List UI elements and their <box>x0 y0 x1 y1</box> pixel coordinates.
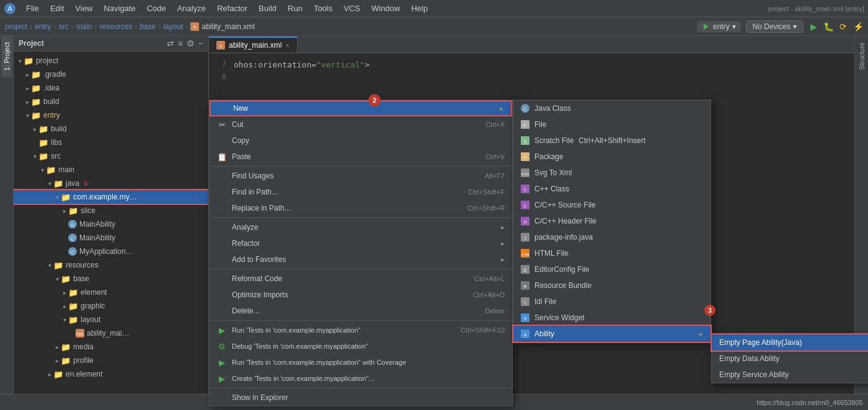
sub-cpp-source[interactable]: C C/C++ Source File <box>513 197 711 213</box>
sub-package[interactable]: P Package <box>513 149 711 165</box>
tree-item-src[interactable]: ▾ 📁 src <box>14 149 208 163</box>
sub-java-class[interactable]: C Java Class <box>513 100 711 116</box>
tree-item-en-element[interactable]: ▸ 📁 en.element <box>14 367 208 381</box>
ctx-new[interactable]: New 2 ▸ <box>210 100 512 116</box>
tree-item-idea[interactable]: ▸ 📁 .idea <box>14 81 208 95</box>
tree-item-build-root[interactable]: ▸ 📁 build <box>14 95 208 108</box>
profile-button[interactable]: ⟳ <box>838 22 848 32</box>
breadcrumb-base[interactable]: base <box>140 22 156 31</box>
panel-title: Project <box>19 39 163 48</box>
breadcrumb-resources[interactable]: resources <box>100 22 133 31</box>
tree-item-base[interactable]: ▾ 📁 base <box>14 272 208 286</box>
tree-item-mainability-1[interactable]: G MainAbility <box>14 217 208 231</box>
sub-cpp-class[interactable]: C C++ Class <box>513 181 711 197</box>
menu-build[interactable]: Build <box>254 2 281 15</box>
menu-window[interactable]: Window <box>366 2 405 15</box>
ctx-debug-tests[interactable]: ⚙ Debug 'Tests in 'com.example.myapplica… <box>210 338 512 354</box>
tree-item-profile[interactable]: ▸ 📁 profile <box>14 354 208 367</box>
sub-service-widget[interactable]: S Service Widget 3 <box>513 310 711 326</box>
menu-file[interactable]: File <box>21 2 44 15</box>
tree-item-main[interactable]: ▾ 📁 main <box>14 163 208 177</box>
menu-help[interactable]: Help <box>406 2 433 15</box>
sub-html-file[interactable]: HTML HTML File <box>513 245 711 261</box>
breadcrumb-src[interactable]: src <box>59 22 69 31</box>
settings-icon[interactable]: ⚙ <box>187 38 195 48</box>
tree-item-project-root[interactable]: ▾ 📁 project <box>14 54 208 68</box>
stop-button[interactable]: ⚡ <box>853 22 863 32</box>
ctx-reformat-code[interactable]: Reformat Code Ctrl+Alt+L <box>210 271 512 287</box>
tree-item-resources[interactable]: ▾ 📁 resources <box>14 258 208 272</box>
ctx-paste[interactable]: 📋 Paste Ctrl+V <box>210 149 512 165</box>
tree-item-myapplication[interactable]: C MyApplication… <box>14 245 208 258</box>
ctx-find-in-path[interactable]: Find in Path... Ctrl+Shift+F <box>210 184 512 200</box>
close-panel-icon[interactable]: − <box>198 38 203 48</box>
menu-navigate[interactable]: Navigate <box>99 2 140 15</box>
sub-package-info[interactable]: J package-info.java <box>513 229 711 245</box>
tree-item-java[interactable]: ▾ 📁 java ① <box>14 177 208 190</box>
separator-1 <box>210 166 512 167</box>
tree-item-gradle[interactable]: ▸ 📁 .gradle <box>14 68 208 81</box>
run-button[interactable]: ▶ <box>808 22 818 32</box>
sub-empty-service-ability[interactable]: Empty Service Ability <box>712 367 868 383</box>
sub-svg-to-xml[interactable]: SVG Svg To Xml <box>513 165 711 181</box>
breadcrumb-entry[interactable]: entry <box>35 22 51 31</box>
sub-empty-data-ability[interactable]: Empty Data Ability <box>712 351 868 367</box>
tree-item-element[interactable]: ▸ 📁 element <box>14 286 208 299</box>
ctx-create-tests[interactable]: ▶ Create 'Tests in 'com.example.myapplic… <box>210 370 512 386</box>
collapse-icon[interactable]: ≡ <box>178 38 183 48</box>
ctx-delete[interactable]: Delete... Delete <box>210 303 512 319</box>
sub-empty-page-ability[interactable]: Empty Page Ability(Java) 4 <box>712 334 868 351</box>
sync-icon[interactable]: ⇄ <box>167 38 174 48</box>
ctx-show-explorer[interactable]: Show in Explorer <box>210 390 512 406</box>
menu-run[interactable]: Run <box>283 2 308 15</box>
tree-item-graphic[interactable]: ▸ 📁 graphic <box>14 299 208 313</box>
menu-code[interactable]: Code <box>142 2 171 15</box>
close-tab-icon[interactable]: × <box>285 41 289 49</box>
sub-cpp-header[interactable]: H C/C++ Header File <box>513 213 711 229</box>
tree-item-libs[interactable]: 📁 libs <box>14 136 208 149</box>
ctx-optimize-imports[interactable]: Optimize Imports Ctrl+Alt+O <box>210 287 512 303</box>
sub-resource-bundle[interactable]: R Resource Bundle <box>513 277 711 294</box>
menu-tools[interactable]: Tools <box>309 2 337 15</box>
ctx-find-usages[interactable]: Find Usages Alt+F7 <box>210 168 512 184</box>
menu-vcs[interactable]: VCS <box>339 2 365 15</box>
menu-edit[interactable]: Edit <box>45 2 69 15</box>
menu-analyze[interactable]: Analyze <box>172 2 211 15</box>
tree-item-build[interactable]: ▸ 📁 build <box>14 122 208 136</box>
ctx-run-tests[interactable]: ▶ Run 'Tests in 'com.example.myapplicati… <box>210 322 512 338</box>
sub-scratch-file[interactable]: S Scratch File Ctrl+Alt+Shift+Insert <box>513 133 711 149</box>
ctx-analyze[interactable]: Analyze ▸ <box>210 219 512 235</box>
run-config-selector[interactable]: entry ▾ <box>697 21 741 32</box>
sub-idl-file[interactable]: I Idl File <box>513 294 711 310</box>
tree-item-com-example[interactable]: ▾ 📁 com.example.my… <box>14 190 208 204</box>
sub-ability[interactable]: A Ability ▸ <box>513 326 711 342</box>
sub-editor-config[interactable]: E EditorConfig File <box>513 261 711 277</box>
breadcrumb-layout[interactable]: layout <box>163 22 183 31</box>
ctx-cut[interactable]: ✂ Cut Ctrl+X <box>210 116 512 133</box>
ctx-replace-in-path[interactable]: Replace in Path... Ctrl+Shift+R <box>210 200 512 216</box>
create-tests-icon: ▶ <box>217 373 227 383</box>
breadcrumb-file: ability_main.xml <box>202 22 254 31</box>
breadcrumb-project[interactable]: project <box>5 22 27 31</box>
tree-item-layout[interactable]: ▾ 📁 layout <box>14 313 208 326</box>
tree-item-mainability-2[interactable]: C MainAbility <box>14 231 208 245</box>
menu-view[interactable]: View <box>70 2 97 15</box>
ctx-copy[interactable]: Copy <box>210 133 512 149</box>
tree-item-ability-main-xml[interactable]: XML ability_mai… <box>14 326 208 340</box>
tree-item-slice[interactable]: ▸ 📁 slice <box>14 204 208 217</box>
tab-project[interactable]: 1: Project <box>1 36 12 77</box>
menu-refactor[interactable]: Refactor <box>212 2 252 15</box>
debug-button[interactable]: 🐛 <box>823 22 833 32</box>
ctx-add-to-favorites[interactable]: Add to Favorites ▸ <box>210 251 512 268</box>
ctx-refactor[interactable]: Refactor ▸ <box>210 235 512 251</box>
no-devices-button[interactable]: No Devices ▾ <box>746 20 804 33</box>
project-panel: Project ⇄ ≡ ⚙ − ▾ 📁 project ▸ 📁 .gradle … <box>14 36 209 394</box>
sub-file[interactable]: F File <box>513 116 711 133</box>
tree-item-media[interactable]: ▸ 📁 media <box>14 340 208 354</box>
breadcrumb-main[interactable]: main <box>76 22 92 31</box>
tab-ability-main-xml[interactable]: X ability_main.xml × <box>209 37 298 53</box>
project-tree[interactable]: ▾ 📁 project ▸ 📁 .gradle ▸ 📁 .idea ▸ 📁 bu… <box>14 51 208 394</box>
tab-structure[interactable]: Structure <box>856 36 867 76</box>
tree-item-entry[interactable]: ▾ 📁 entry <box>14 108 208 122</box>
ctx-run-coverage[interactable]: ▶ Run 'Tests in 'com.example.myapplicati… <box>210 354 512 370</box>
